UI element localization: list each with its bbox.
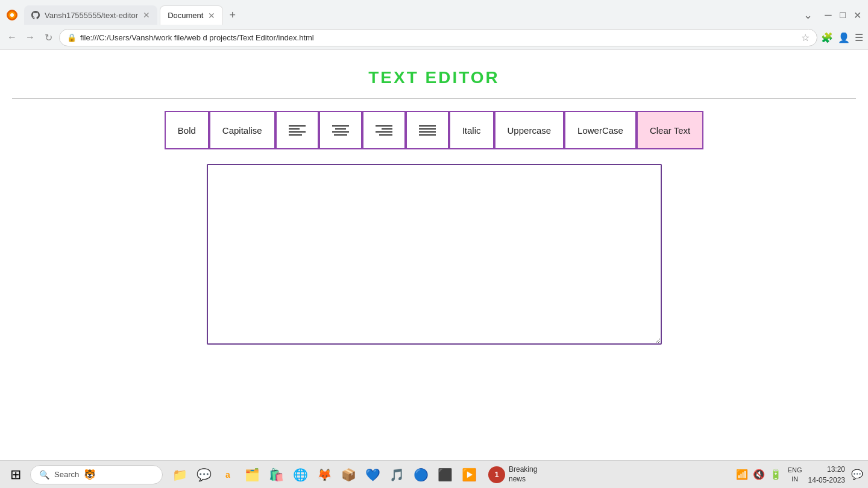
capitalise-button[interactable]: Capitalise — [209, 111, 275, 149]
align-center-button[interactable] — [319, 111, 362, 149]
align-center-icon — [332, 125, 349, 136]
tab-github-label: Vansh17555555/text-editor — [45, 11, 138, 20]
align-right-icon — [376, 125, 392, 136]
lock-icon: 🔒 — [67, 33, 77, 42]
close-button[interactable]: ✕ — [851, 10, 863, 21]
new-tab-button[interactable]: + — [225, 9, 239, 22]
text-editor-input[interactable] — [207, 164, 662, 345]
bold-button[interactable]: Bold — [165, 111, 209, 149]
uppercase-button[interactable]: Uppercase — [494, 111, 565, 149]
italic-button[interactable]: Italic — [449, 111, 494, 149]
page-title: TEXT EDITOR — [12, 62, 856, 93]
tab-document-close[interactable]: ✕ — [208, 11, 215, 20]
url-box[interactable]: 🔒 file:///C:/Users/Vansh/work file/web d… — [59, 29, 817, 46]
align-left-button[interactable] — [275, 111, 319, 149]
page-content: TEXT EDITOR Bold Capitalise — [0, 50, 868, 357]
tab-github-close[interactable]: ✕ — [143, 11, 150, 19]
editor-area — [12, 164, 856, 345]
firefox-browser-icon — [5, 8, 19, 22]
align-right-button[interactable] — [362, 111, 406, 149]
lowercase-button[interactable]: LowerCase — [564, 111, 637, 149]
tab-bar: Vansh17555555/text-editor ✕ Document ✕ +… — [0, 0, 868, 25]
bookmark-icon[interactable]: ☆ — [801, 32, 810, 43]
minimize-button[interactable]: ─ — [822, 10, 834, 21]
refresh-button[interactable]: ↻ — [41, 32, 55, 43]
tab-overflow-button[interactable]: ⌄ — [804, 8, 813, 22]
back-button[interactable]: ← — [5, 32, 19, 43]
user-icon[interactable]: 👤 — [838, 32, 850, 43]
browser-toolbar-icons: 🧩 👤 ☰ — [821, 32, 863, 43]
divider — [12, 98, 856, 99]
clear-text-button[interactable]: Clear Text — [637, 111, 703, 149]
align-justify-button[interactable] — [406, 111, 449, 149]
tab-github[interactable]: Vansh17555555/text-editor ✕ — [24, 5, 157, 25]
svg-point-2 — [10, 13, 14, 17]
menu-icon[interactable]: ☰ — [855, 32, 863, 43]
align-justify-icon — [419, 125, 436, 136]
address-bar: ← → ↻ 🔒 file:///C:/Users/Vansh/work file… — [0, 25, 868, 49]
toolbar: Bold Capitalise — [12, 111, 856, 149]
window-controls: ─ □ ✕ — [822, 10, 863, 21]
url-text: file:///C:/Users/Vansh/work file/web d p… — [80, 33, 797, 42]
maximize-button[interactable]: □ — [837, 10, 849, 21]
browser-chrome: Vansh17555555/text-editor ✕ Document ✕ +… — [0, 0, 868, 50]
extensions-icon[interactable]: 🧩 — [821, 32, 833, 43]
align-left-icon — [289, 125, 306, 136]
tab-document-label: Document — [168, 11, 203, 20]
tab-document[interactable]: Document ✕ — [160, 5, 223, 25]
forward-button[interactable]: → — [23, 32, 37, 43]
